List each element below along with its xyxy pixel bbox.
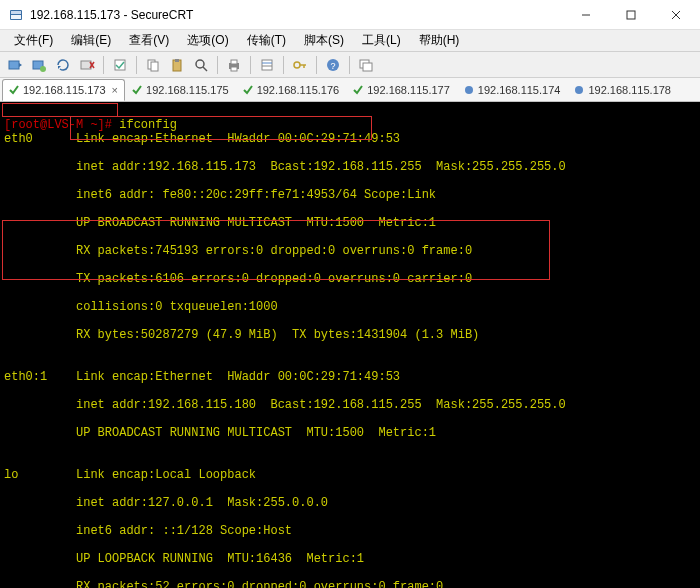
svg-line-19 xyxy=(203,67,207,71)
terminal-line: lo Link encap:Local Loopback xyxy=(4,468,696,482)
terminal[interactable]: [root@LVS-M ~]# ifconfig eth0 Link encap… xyxy=(0,102,700,588)
window-title: 192.168.115.173 - SecureCRT xyxy=(30,8,563,22)
terminal-line: UP BROADCAST RUNNING MULTICAST MTU:1500 … xyxy=(4,426,696,440)
svg-rect-7 xyxy=(9,61,19,69)
toolbar-separator xyxy=(283,56,284,74)
key-icon[interactable] xyxy=(289,54,311,76)
toolbar-separator xyxy=(103,56,104,74)
status-blue-icon xyxy=(464,85,474,95)
reconnect-icon[interactable] xyxy=(52,54,74,76)
menu-transfer[interactable]: 传输(T) xyxy=(239,30,294,51)
tab-close-icon[interactable]: × xyxy=(112,84,118,96)
svg-point-26 xyxy=(294,62,300,68)
tab-session-6[interactable]: 192.168.115.178 xyxy=(567,79,678,101)
tab-label: 192.168.115.177 xyxy=(367,84,450,96)
menu-options[interactable]: 选项(O) xyxy=(179,30,236,51)
menubar: 文件(F) 编辑(E) 查看(V) 选项(O) 传输(T) 脚本(S) 工具(L… xyxy=(0,30,700,52)
toolbar-separator xyxy=(316,56,317,74)
status-blue-icon xyxy=(574,85,584,95)
svg-point-9 xyxy=(40,66,46,72)
svg-rect-10 xyxy=(81,61,91,69)
tab-session-4[interactable]: 192.168.115.177 xyxy=(346,79,457,101)
paste-icon[interactable] xyxy=(166,54,188,76)
svg-point-34 xyxy=(575,86,583,94)
connect-icon[interactable] xyxy=(4,54,26,76)
menu-edit[interactable]: 编辑(E) xyxy=(63,30,119,51)
svg-rect-22 xyxy=(231,67,237,71)
toolbar-separator xyxy=(250,56,251,74)
terminal-line: inet6 addr: ::1/128 Scope:Host xyxy=(4,524,696,538)
titlebar: 192.168.115.173 - SecureCRT xyxy=(0,0,700,30)
tab-label: 192.168.115.178 xyxy=(588,84,671,96)
close-button[interactable] xyxy=(653,0,698,30)
svg-rect-23 xyxy=(262,60,272,70)
app-icon xyxy=(8,7,24,23)
help-icon[interactable]: ? xyxy=(322,54,344,76)
menu-tools[interactable]: 工具(L) xyxy=(354,30,409,51)
status-green-icon xyxy=(9,85,19,95)
status-green-icon xyxy=(243,85,253,95)
tab-session-3[interactable]: 192.168.115.176 xyxy=(236,79,347,101)
maximize-button[interactable] xyxy=(608,0,653,30)
tab-label: 192.168.115.174 xyxy=(478,84,561,96)
toggle1-icon[interactable] xyxy=(109,54,131,76)
menu-file[interactable]: 文件(F) xyxy=(6,30,61,51)
tab-label: 192.168.115.173 xyxy=(23,84,106,96)
tab-label: 192.168.115.175 xyxy=(146,84,229,96)
highlight-box xyxy=(2,103,118,117)
svg-rect-4 xyxy=(627,11,635,19)
properties-icon[interactable] xyxy=(256,54,278,76)
toolbar-separator xyxy=(349,56,350,74)
find-icon[interactable] xyxy=(190,54,212,76)
tab-label: 192.168.115.176 xyxy=(257,84,340,96)
terminal-line: UP LOOPBACK RUNNING MTU:16436 Metric:1 xyxy=(4,552,696,566)
svg-rect-32 xyxy=(363,63,372,71)
minimize-button[interactable] xyxy=(563,0,608,30)
status-green-icon xyxy=(353,85,363,95)
menu-script[interactable]: 脚本(S) xyxy=(296,30,352,51)
terminal-line: collisions:0 txqueuelen:1000 xyxy=(4,300,696,314)
tab-session-1[interactable]: 192.168.115.173 × xyxy=(2,79,125,101)
copy-icon[interactable] xyxy=(142,54,164,76)
terminal-line: inet addr:127.0.0.1 Mask:255.0.0.0 xyxy=(4,496,696,510)
toolbar: ? xyxy=(0,52,700,78)
svg-rect-1 xyxy=(11,11,21,14)
terminal-line: inet addr:192.168.115.173 Bcast:192.168.… xyxy=(4,160,696,174)
terminal-line: inet addr:192.168.115.180 Bcast:192.168.… xyxy=(4,398,696,412)
menu-view[interactable]: 查看(V) xyxy=(121,30,177,51)
status-green-icon xyxy=(132,85,142,95)
highlight-box xyxy=(2,220,550,280)
toolbar-separator xyxy=(136,56,137,74)
tabbar: 192.168.115.173 × 192.168.115.175 192.16… xyxy=(0,78,700,102)
new-window-icon[interactable] xyxy=(355,54,377,76)
tab-session-2[interactable]: 192.168.115.175 xyxy=(125,79,236,101)
highlight-box xyxy=(70,116,372,140)
terminal-line: eth0:1 Link encap:Ethernet HWaddr 00:0C:… xyxy=(4,370,696,384)
svg-point-33 xyxy=(465,86,473,94)
svg-rect-2 xyxy=(11,15,21,19)
print-icon[interactable] xyxy=(223,54,245,76)
svg-rect-15 xyxy=(151,62,158,71)
terminal-line: RX packets:52 errors:0 dropped:0 overrun… xyxy=(4,580,696,588)
toolbar-separator xyxy=(217,56,218,74)
svg-point-18 xyxy=(196,60,204,68)
quick-connect-icon[interactable] xyxy=(28,54,50,76)
svg-text:?: ? xyxy=(330,61,335,71)
terminal-line: inet6 addr: fe80::20c:29ff:fe71:4953/64 … xyxy=(4,188,696,202)
menu-help[interactable]: 帮助(H) xyxy=(411,30,468,51)
svg-rect-17 xyxy=(175,59,179,62)
terminal-line: RX bytes:50287279 (47.9 MiB) TX bytes:14… xyxy=(4,328,696,342)
disconnect-icon[interactable] xyxy=(76,54,98,76)
svg-rect-21 xyxy=(231,60,237,64)
tab-session-5[interactable]: 192.168.115.174 xyxy=(457,79,568,101)
